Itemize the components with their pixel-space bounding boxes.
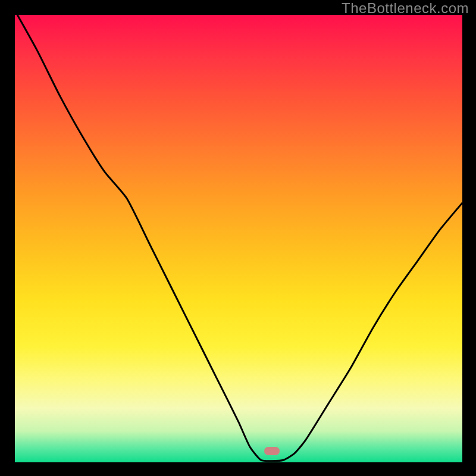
- watermark-text: TheBottleneck.com: [342, 0, 469, 17]
- curve-path: [15, 15, 462, 461]
- optimal-point-marker: [264, 447, 280, 455]
- bottleneck-curve: [15, 15, 462, 462]
- plot-area: [15, 15, 462, 462]
- chart-frame: TheBottleneck.com: [0, 0, 476, 476]
